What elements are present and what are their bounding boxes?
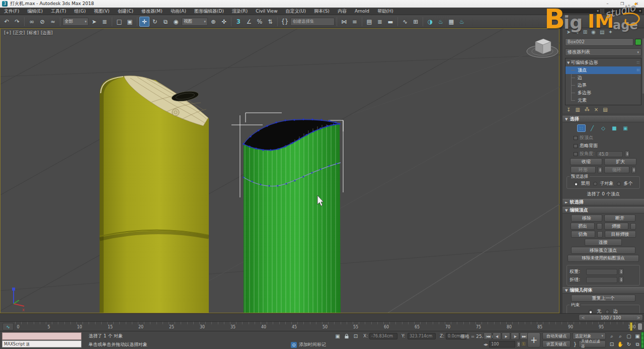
select-manipulate-icon[interactable]: ✜ bbox=[219, 17, 229, 27]
remove-button[interactable]: 移除 bbox=[571, 215, 602, 222]
select-link-icon[interactable]: ∞ bbox=[27, 17, 37, 27]
toolbar-separator[interactable] bbox=[277, 17, 278, 26]
viewport-label-part[interactable]: [边面] bbox=[41, 30, 53, 36]
chamfer-settings-button[interactable] bbox=[597, 231, 603, 238]
render-setup-icon[interactable]: ♨ bbox=[436, 17, 446, 27]
maximize-button[interactable]: ❒ bbox=[615, 0, 629, 8]
percent-snap-icon[interactable]: % bbox=[255, 17, 265, 27]
go-to-start-button[interactable]: |◀◀ bbox=[484, 332, 492, 340]
show-end-result-icon[interactable]: ▥ bbox=[575, 107, 580, 112]
toolbar-separator[interactable] bbox=[362, 17, 362, 26]
extrude-settings-button[interactable] bbox=[597, 223, 602, 230]
vertex-subobject-icon[interactable]: ∷ bbox=[577, 124, 586, 132]
viewport-label-part[interactable]: [标准] bbox=[27, 30, 39, 36]
next-frame-arrow[interactable]: > bbox=[634, 315, 642, 320]
key-filters-button[interactable]: 关键点过滤器 bbox=[579, 340, 606, 347]
toolbar-separator[interactable] bbox=[423, 17, 423, 26]
selection-set-dropdown[interactable]: 选定对象 bbox=[573, 332, 606, 339]
frame-nudge-icon[interactable]: ◀▶ bbox=[484, 342, 488, 346]
view-cube[interactable] bbox=[527, 39, 558, 57]
stack-subobject-edge[interactable]: 边 bbox=[566, 74, 641, 82]
menu-item[interactable]: 动画(A) bbox=[167, 8, 190, 15]
previous-frame-arrow[interactable]: < bbox=[579, 315, 587, 320]
tab-utilities[interactable]: ✦ bbox=[608, 29, 612, 35]
menu-item[interactable]: 内容 bbox=[334, 8, 351, 15]
menu-item[interactable]: 组(G) bbox=[70, 8, 90, 15]
element-subobject-icon[interactable]: ▣ bbox=[621, 124, 630, 132]
layer-manager-icon[interactable]: ▤ bbox=[364, 17, 374, 27]
ring-spinner[interactable] bbox=[598, 167, 602, 173]
time-slider-track[interactable]: < 100 / 100 > bbox=[0, 313, 644, 321]
tab-display[interactable]: ▤ bbox=[600, 29, 604, 35]
rect-selection-region-icon[interactable]: □ bbox=[114, 17, 124, 27]
menu-item[interactable]: 编辑(E) bbox=[23, 8, 47, 15]
spinner-snap-icon[interactable]: ⇅ bbox=[265, 17, 275, 27]
auto-key-button[interactable]: 自动关键点 bbox=[542, 332, 571, 339]
toolbar-separator[interactable] bbox=[137, 17, 137, 26]
use-pivot-center-icon[interactable]: ⊕ bbox=[208, 17, 218, 27]
weight-spinner[interactable] bbox=[619, 268, 623, 275]
menu-item[interactable]: Civil View bbox=[252, 8, 281, 15]
stack-subobject-element[interactable]: 元素 bbox=[566, 97, 641, 104]
rendered-frame-icon[interactable]: ▦ bbox=[446, 17, 456, 27]
menu-item[interactable]: 文件(F) bbox=[0, 8, 23, 15]
menu-item[interactable]: 脚本(S) bbox=[310, 8, 334, 15]
selection-lock-icon[interactable] bbox=[343, 333, 350, 339]
mirror-icon[interactable]: ⋈ bbox=[339, 17, 349, 27]
select-scale-icon[interactable]: ⧉ bbox=[160, 17, 171, 27]
x-coordinate-field[interactable]: -76.834cm bbox=[369, 333, 397, 339]
weight-field[interactable] bbox=[586, 269, 617, 275]
stack-subobject-polygon[interactable]: 多边形 bbox=[566, 89, 641, 97]
by-vertex-checkbox[interactable] bbox=[574, 136, 578, 140]
tab-motion[interactable]: ◉ bbox=[591, 29, 596, 35]
mini-curve-editor-button[interactable]: ∿ bbox=[3, 323, 14, 330]
coord-system-dropdown[interactable]: 视图 bbox=[182, 18, 208, 26]
toolbar-separator[interactable] bbox=[397, 17, 398, 26]
weld-button[interactable]: 焊接 bbox=[604, 223, 628, 230]
named-sets-field[interactable]: 创建选择集 bbox=[290, 18, 335, 26]
rollout-selection[interactable]: ▼ 选择 bbox=[562, 116, 644, 122]
pan-icon[interactable]: ✋ bbox=[616, 340, 624, 348]
angle-value-field[interactable]: 45.0 bbox=[597, 151, 623, 157]
toolbar-separator[interactable] bbox=[231, 17, 231, 26]
zoom-extents-all-icon[interactable]: ▣ bbox=[633, 332, 641, 340]
orbit-icon[interactable]: ↻ bbox=[625, 340, 633, 348]
workspace-dropdown[interactable]: ▾ bbox=[604, 8, 643, 14]
minimize-button[interactable]: – bbox=[600, 0, 615, 8]
time-slider-handle[interactable]: < 100 / 100 > bbox=[579, 314, 643, 321]
configure-modifier-sets-icon[interactable]: ▤ bbox=[603, 107, 607, 112]
selection-filter-dropdown[interactable]: 全部 bbox=[62, 18, 89, 26]
stack-subobject-vertex[interactable]: 顶点 ∷ bbox=[566, 66, 641, 74]
current-frame-field[interactable]: 100 bbox=[489, 341, 515, 347]
menu-item[interactable]: 修改器(M) bbox=[137, 8, 167, 15]
y-coordinate-field[interactable]: 323.714cm bbox=[408, 333, 436, 339]
remove-unused-map-verts-button[interactable]: 移除未使用的贴图顶点 bbox=[568, 255, 639, 262]
zoom-all-icon[interactable]: ⌕ bbox=[616, 332, 624, 340]
rollout-soft-selection[interactable]: ► 软选择 bbox=[562, 199, 644, 205]
key-mode-icon[interactable]: ⚿ bbox=[522, 341, 525, 347]
toolbar-separator[interactable] bbox=[24, 17, 25, 26]
tab-hierarchy[interactable]: ⊞ bbox=[583, 29, 587, 35]
menu-item[interactable]: 自定义(U) bbox=[282, 8, 310, 15]
close-button[interactable]: ✕ bbox=[629, 0, 644, 8]
edge-subobject-icon[interactable]: ╱ bbox=[588, 124, 597, 132]
undo-icon[interactable]: ↶ bbox=[2, 17, 12, 27]
menu-item[interactable]: 工具(T) bbox=[47, 8, 70, 15]
connect-button[interactable]: 连接 bbox=[585, 239, 622, 246]
trackbar-end-nub[interactable] bbox=[638, 323, 642, 330]
lighter-object[interactable] bbox=[100, 76, 209, 313]
current-frame-marker[interactable] bbox=[630, 322, 632, 331]
remove-isolated-vertices-button[interactable]: 移除孤立顶点 bbox=[571, 247, 635, 254]
track-bar[interactable]: ∿ 05101520253035404550556065707580859095… bbox=[0, 321, 644, 331]
ignore-backfacing-checkbox[interactable] bbox=[574, 144, 578, 148]
ring-button[interactable]: 环形 bbox=[571, 166, 596, 173]
preview-disable-radio[interactable] bbox=[574, 182, 578, 186]
select-move-icon[interactable]: ✛ bbox=[139, 17, 149, 27]
stack-root-editable-poly[interactable]: ▼ 可编辑多边形 ∷ bbox=[566, 59, 641, 66]
scene-explorer-icon[interactable]: ≣ bbox=[375, 17, 385, 27]
shrink-button[interactable]: 收缩 bbox=[570, 158, 602, 165]
unlink-selection-icon[interactable]: ⊘ bbox=[37, 17, 47, 27]
menu-item[interactable]: 渲染(R) bbox=[228, 8, 252, 15]
repeat-last-button[interactable]: 重复上一个 bbox=[571, 295, 635, 302]
angle-snap-icon[interactable]: ∠ bbox=[244, 17, 254, 27]
